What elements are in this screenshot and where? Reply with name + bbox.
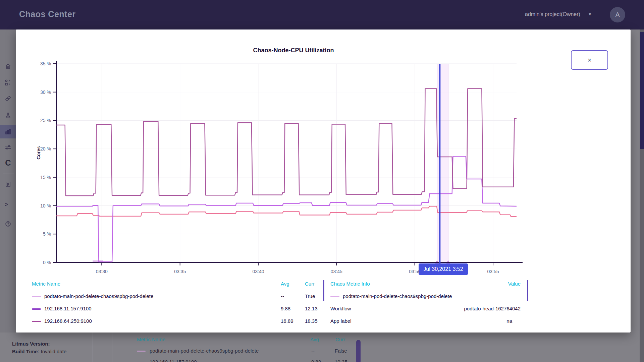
chart-modal: Chaos-Node-CPU Utilization × Cores 0 %5 …	[16, 29, 631, 333]
series-swatch	[137, 351, 146, 352]
workflows-icon[interactable]	[5, 79, 11, 86]
bg-row-name: 192.168.11.157:9100	[150, 359, 197, 362]
panel-divider	[93, 333, 93, 362]
legend-col-chaos-info: Chaos Metric Info	[330, 281, 370, 287]
y-tick-label: 0 %	[43, 260, 51, 265]
y-tick-label: 25 %	[40, 118, 51, 123]
bg-col-curr: Curr	[335, 337, 345, 342]
bg-col-metric-name: Metric Name	[137, 337, 165, 342]
bg-row-avg: --	[311, 348, 315, 354]
page-scrollbar-thumb[interactable]	[640, 32, 644, 149]
legend-curr-value: True	[305, 293, 315, 299]
bg-row-avg: 9.88	[311, 359, 321, 362]
legend-metric-name: podtato-main-pod-delete-chaos9spbg-pod-d…	[44, 293, 153, 299]
legend-metric-name: 192.168.11.157:9100	[44, 306, 92, 311]
chevron-down-icon[interactable]: ▾	[589, 11, 591, 17]
y-tick-label: 20 %	[40, 146, 51, 152]
cursor-tooltip: Jul 30,2021 3:52	[419, 263, 468, 275]
panel-divider	[112, 333, 112, 362]
series-swatch	[32, 296, 41, 297]
x-tick-label: 03:45	[331, 269, 342, 274]
build-time-label: Build Time:	[12, 349, 39, 354]
bg-row-name: podtato-main-pod-delete-chaos9spbg-pod-d…	[150, 348, 259, 354]
bg-col-avg: Avg	[310, 337, 319, 342]
sidebar: C >_	[0, 29, 16, 362]
sidebar-divider	[3, 174, 14, 174]
legend-metric-name: 192.168.64.250:9100	[44, 318, 92, 324]
background-metrics-table: Metric Name Avg Curr podtato-main-pod-de…	[127, 333, 362, 362]
bg-row-curr: False	[335, 348, 347, 354]
version-info: Litmus Version: Build Time: Invalid date	[12, 340, 66, 355]
legend-avg-value: 16.89	[281, 318, 293, 324]
legend-divider	[323, 280, 324, 301]
legend-col-value: Value	[505, 281, 521, 287]
avatar[interactable]: A	[610, 7, 625, 22]
legend-curr-value: 18.35	[305, 318, 318, 324]
legend-row[interactable]: 192.168.11.157:9100	[32, 306, 92, 311]
legend-curr-value: 12.13	[305, 306, 318, 311]
terminal-icon[interactable]: >_	[5, 201, 12, 208]
app-title: Chaos Center	[19, 9, 76, 19]
series-swatch	[330, 296, 339, 297]
cpu-utilization-chart[interactable]: 0 %5 %10 %15 %20 %25 %30 %35 %03:3003:35…	[16, 29, 631, 291]
chaoshub-letter[interactable]: C	[5, 158, 11, 168]
support-icon[interactable]	[5, 221, 11, 227]
legend-col-metric-name: Metric Name	[32, 281, 60, 287]
x-tick-label: 03:30	[96, 269, 108, 274]
background-table-scrollbar[interactable]	[356, 340, 361, 362]
analytics-icon[interactable]	[5, 128, 11, 135]
x-tick-label: 03:40	[252, 269, 264, 274]
y-tick-label: 5 %	[43, 231, 51, 237]
top-header: Chaos Center admin's project(Owner) ▾ A	[0, 0, 644, 29]
y-tick-label: 35 %	[40, 61, 51, 66]
settings-icon[interactable]	[5, 144, 11, 151]
chaos-info-value: na	[386, 318, 512, 324]
chaos-info-label: Workflow	[330, 306, 351, 311]
document-icon[interactable]	[5, 181, 11, 188]
legend-avg-value: 9.88	[281, 306, 290, 311]
x-tick-label: 03:55	[487, 269, 499, 274]
chaos-info-value: podtato-head-162764042	[386, 306, 521, 311]
y-tick-label: 10 %	[40, 203, 51, 208]
bg-row-curr: 10.35	[335, 359, 347, 362]
dimmed-background-content: Litmus Version: Build Time: Invalid date…	[0, 333, 644, 362]
legend-divider	[527, 280, 528, 301]
app-root: C >_ Litmus Version: Build Time: Invalid…	[0, 0, 644, 362]
project-selector[interactable]: admin's project(Owner)	[525, 11, 580, 17]
y-tick-label: 15 %	[40, 175, 51, 180]
link-icon[interactable]	[5, 95, 11, 102]
chaos-metric-name: podtato-main-pod-delete-chaos9spbg-pod-d…	[343, 293, 452, 299]
legend-col-curr: Curr	[305, 281, 315, 287]
x-tick-label: 03:35	[174, 269, 186, 274]
legend-row[interactable]: 192.168.64.250:9100	[32, 318, 92, 324]
flask-icon[interactable]	[5, 112, 11, 119]
chaos-metric-row[interactable]: podtato-main-pod-delete-chaos9spbg-pod-d…	[330, 293, 452, 299]
build-time-value: Invalid date	[41, 349, 67, 354]
series-swatch	[32, 321, 41, 322]
litmus-version-label: Litmus Version:	[12, 341, 50, 347]
legend-row[interactable]: podtato-main-pod-delete-chaos9spbg-pod-d…	[32, 293, 153, 299]
y-tick-label: 30 %	[40, 89, 51, 95]
chaos-info-label: App label	[330, 318, 352, 324]
series-swatch	[32, 308, 41, 310]
legend-col-avg: Avg	[281, 281, 289, 287]
home-icon[interactable]	[5, 63, 11, 70]
legend-avg-value: --	[281, 293, 284, 299]
chaos-period-band	[437, 64, 448, 262]
